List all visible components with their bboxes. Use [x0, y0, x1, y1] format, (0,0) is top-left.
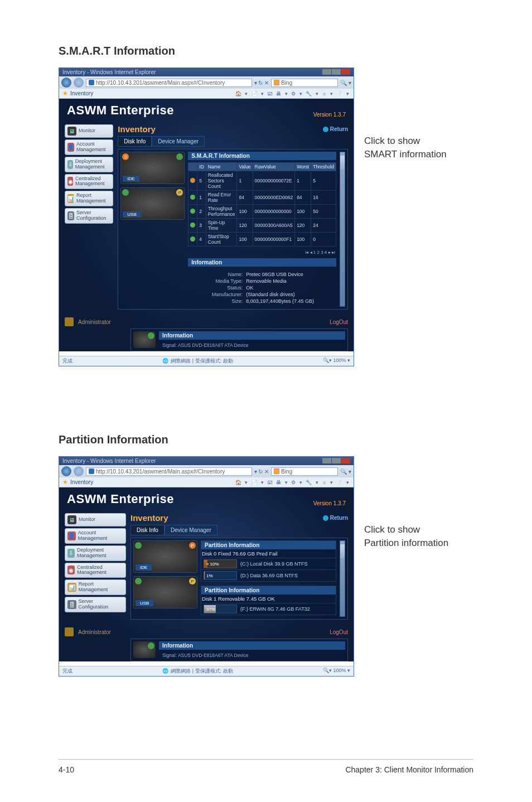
browser-toolbar[interactable]: 🏠 ▾ 📄 ▾ 🖃 🖶 ▾ ⚙ ▾ 🔧 ▾ ☼ ▾ ❔ ▾ — [235, 91, 350, 96]
sidebar-item-centralized[interactable]: ◉ Centralized Management — [65, 174, 113, 190]
sidebar-item-report[interactable]: 📊 Report Management — [65, 191, 113, 206]
disk0-part-c-label: (C:) Local Disk 39.9 GB NTFS — [240, 561, 308, 567]
cell-raw: 000000000000F1 — [253, 233, 295, 247]
drive-usb-label: USB — [136, 600, 153, 606]
drive-usb-label: USB — [123, 211, 141, 218]
ie-icon — [89, 80, 94, 85]
address-bar[interactable]: http://10.10.43.201/aswment/Main.aspx#/C… — [86, 79, 252, 87]
close-button[interactable] — [341, 458, 350, 463]
report-icon: 📊 — [67, 583, 76, 592]
cell-worst: 100 — [295, 205, 311, 219]
forward-button[interactable] — [74, 466, 84, 476]
minimize-button[interactable] — [322, 458, 331, 463]
badge-s-icon — [122, 189, 129, 196]
tab-inventory[interactable]: Inventory — [70, 90, 93, 96]
drive-ide[interactable]: S IDE — [120, 152, 185, 184]
tab-disk-info[interactable]: Disk Info — [130, 525, 165, 535]
cell-raw: 00000300A600A5 — [253, 219, 295, 233]
sidebar-label: Report Management — [76, 193, 110, 204]
favorites-icon[interactable]: ★ — [62, 479, 68, 486]
search-box[interactable]: Bing — [271, 467, 338, 476]
table-row[interactable]: 2Throughput Performance10000000000000000… — [188, 205, 336, 219]
col-threshold: Threshold — [311, 163, 336, 171]
back-button[interactable] — [61, 466, 71, 476]
col-name: Name — [206, 163, 237, 171]
sidebar: 🖥Monitor 👤Account Management ⇩Deployment… — [65, 513, 126, 620]
monitor-icon: 🖥 — [67, 515, 76, 524]
tab-device-manager[interactable]: Device Manager — [152, 136, 205, 147]
sidebar-item-server[interactable]: 🗄 Server Configuration — [65, 208, 113, 224]
info-status: OK — [246, 285, 253, 291]
sidebar-item-report[interactable]: 📊Report Management — [65, 579, 126, 595]
disk0-part-d-bar[interactable]: 1% — [204, 571, 237, 580]
table-row[interactable]: 4Start/Stop Count100000000000000F11000 — [188, 233, 336, 247]
sidebar-item-account[interactable]: 👤Account Management — [65, 528, 126, 544]
disk0-line: Disk 0 Fixed 76.69 GB Pred Fail — [201, 549, 336, 558]
scrollbar[interactable] — [340, 152, 345, 307]
disk1-part-f-bar[interactable]: 37% — [204, 605, 237, 613]
tab-disk-info[interactable]: Disk Info — [118, 136, 152, 147]
account-icon: 👤 — [67, 143, 74, 152]
cell-id: 3 — [197, 219, 206, 233]
badge-p-icon: P — [189, 578, 196, 584]
drive-usb[interactable]: P USB — [120, 187, 185, 220]
admin-label: Administrator — [78, 319, 111, 325]
badge-p-icon[interactable]: P — [189, 542, 196, 549]
scrollbar[interactable] — [340, 540, 345, 617]
table-row[interactable]: 3Spin-Up Time12000000300A600A512024 — [188, 219, 336, 233]
sidebar-item-server[interactable]: 🗄Server Configuration — [65, 597, 126, 612]
search-box[interactable]: Bing — [271, 79, 338, 87]
logout-link[interactable]: LogOut — [330, 629, 348, 635]
info-media: Removable Media — [246, 278, 287, 284]
sidebar-item-centralized[interactable]: ◉Centralized Management — [65, 563, 126, 578]
tab-inventory[interactable]: Inventory — [70, 479, 93, 485]
maximize-button[interactable] — [332, 69, 341, 75]
app-version: Version 1.3.7 — [313, 500, 346, 506]
forward-button[interactable] — [74, 78, 84, 88]
address-text: http://10.10.43.201/aswment/Main.aspx#/C… — [96, 80, 225, 86]
drive-usb[interactable]: P USB — [133, 576, 197, 608]
deployment-icon: ⇩ — [67, 160, 73, 169]
zone-icon: 🌐 — [162, 668, 168, 674]
table-row[interactable]: 5Reallocated Sectors Count10000000000072… — [188, 171, 336, 191]
dvd-info-sub: Signal: ASUS DVD-E818A6T ATA Device — [159, 342, 345, 349]
tab-device-manager[interactable]: Device Manager — [165, 525, 217, 535]
cell-worst: 100 — [295, 233, 311, 247]
maximize-button[interactable] — [332, 458, 341, 463]
cell-threshold: 16 — [311, 191, 336, 205]
sidebar-item-account[interactable]: 👤 Account Management — [65, 139, 113, 155]
smart-screenshot: Inventory - Windows Internet Explorer ht… — [59, 67, 354, 366]
badge-s-icon[interactable]: S — [122, 153, 129, 160]
close-button[interactable] — [341, 69, 350, 75]
return-link[interactable]: Return — [323, 515, 348, 521]
address-bar[interactable]: http://10.10.43.201/aswment/Main.aspx#/C… — [86, 467, 252, 476]
disk0-part-c-bar[interactable]: ≈ 10% — [204, 559, 237, 568]
status-dot-icon — [190, 223, 195, 228]
return-icon — [323, 127, 328, 132]
sidebar-label: Server Configuration — [79, 599, 123, 610]
smart-pager[interactable]: I◂ ◂ 1 2 3 4 ▸ ▸I — [188, 249, 336, 256]
back-button[interactable] — [61, 78, 71, 88]
page-title: Inventory — [130, 513, 168, 523]
zoom-level[interactable]: 🔍▾ 100% ▾ — [323, 357, 350, 365]
cell-name: Reallocated Sectors Count — [206, 171, 237, 191]
favorites-icon[interactable]: ★ — [62, 90, 68, 97]
browser-toolbar[interactable]: 🏠 ▾ 📄 ▾ 🖃 🖶 ▾ ⚙ ▾ 🔧 ▾ ☼ ▾ ❔ ▾ — [235, 480, 350, 485]
status-dot-icon — [190, 209, 195, 214]
cell-value: 120 — [237, 219, 253, 233]
return-link[interactable]: Return — [323, 126, 348, 132]
sidebar-item-monitor[interactable]: 🖥Monitor — [65, 513, 126, 526]
sidebar-item-deployment[interactable]: ⇩Deployment Management — [65, 545, 126, 561]
drive-ide[interactable]: P IDE — [133, 540, 197, 573]
device-info-title: Information — [188, 258, 336, 267]
deployment-icon: ⇩ — [67, 549, 75, 558]
zoom-level[interactable]: 🔍▾ 100% ▾ — [323, 668, 350, 675]
table-row[interactable]: 1Read Error Rate8400000000ED00628416 — [188, 191, 336, 205]
logout-link[interactable]: LogOut — [330, 319, 348, 325]
col-id: ID — [197, 163, 206, 171]
admin-label: Administrator — [78, 629, 111, 635]
sidebar-item-monitor[interactable]: 🖥 Monitor — [65, 124, 113, 138]
minimize-button[interactable] — [322, 69, 331, 75]
sidebar-item-deployment[interactable]: ⇩ Deployment Management — [65, 157, 113, 172]
drive-ide-label: IDE — [123, 176, 139, 182]
